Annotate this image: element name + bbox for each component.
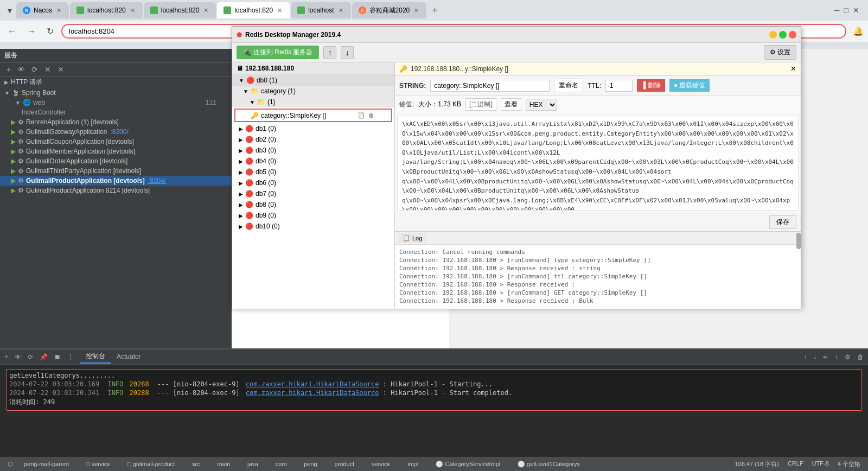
window-close[interactable]: ✕ — [853, 6, 859, 15]
tree-db8[interactable]: ▶ 🔴 db8 (0) — [232, 199, 394, 210]
ttl-input[interactable] — [605, 80, 633, 92]
rename-btn[interactable]: 重命名 — [554, 79, 583, 92]
console-refresh-btn[interactable]: ⟳ — [25, 352, 35, 362]
status-gulimall-product[interactable]: □ gulimall-product — [124, 461, 178, 467]
service-product-selected[interactable]: ▶ ⚙ GulimallProductApplication [devtools… — [0, 176, 232, 186]
back-button[interactable]: ← — [4, 24, 20, 39]
console-eye-btn[interactable]: 👁 — [12, 352, 23, 362]
service-group-spring[interactable]: ▼ 🍃 Spring Boot — [0, 88, 232, 98]
service-coupon[interactable]: ▶ ⚙ GulimallCouponApplication [devtools] — [0, 137, 232, 147]
save-key-btn[interactable]: 保存 — [769, 215, 796, 229]
tab-local1-close[interactable]: ✕ — [129, 6, 136, 15]
console-trash-btn[interactable]: 🗑 — [855, 352, 866, 362]
tree-sub-folder[interactable]: ▼ 📁 (1) — [232, 97, 394, 107]
tree-db2[interactable]: ▶ 🔴 db2 (0) — [232, 134, 394, 145]
service-gateway[interactable]: ▶ ⚙ GulimallGatewayApplication :8200/ — [0, 127, 232, 137]
tab-local2[interactable]: localhost:820 ✕ — [144, 2, 216, 18]
add-service-btn[interactable]: + — [4, 64, 13, 75]
status-service[interactable]: □ service — [83, 461, 114, 467]
key-delete-btn[interactable]: 🗑 — [367, 112, 376, 119]
tab-mall-close[interactable]: ✕ — [413, 6, 420, 15]
service-product-8214[interactable]: ▶ ⚙ GulimallProductApplication 8214 [dev… — [0, 186, 232, 195]
tree-category-folder[interactable]: ▼ 📁 category (1) — [232, 86, 394, 97]
tree-db0[interactable]: ▼ 🔴 db0 (1) — [232, 75, 394, 86]
tree-db9[interactable]: ▶ 🔴 db9 (0) — [232, 210, 394, 221]
status-main[interactable]: main — [214, 461, 233, 467]
tree-db1[interactable]: ▶ 🔴 db1 (0) — [232, 123, 394, 134]
rdm-close-btn[interactable] — [789, 31, 796, 39]
status-project[interactable]: ⬡ — [4, 461, 16, 468]
tree-db4[interactable]: ▶ 🔴 db4 (0) — [232, 156, 394, 167]
rdm-minimize-btn[interactable] — [769, 31, 777, 39]
status-indent[interactable]: 4 个空格 — [834, 460, 864, 468]
tree-key-simplekey[interactable]: 🔑 category::SimpleKey [] 📋 🗑 — [234, 109, 392, 122]
view-btn[interactable]: 查看 — [501, 98, 521, 111]
tab-local1[interactable]: localhost:820 ✕ — [70, 2, 143, 18]
binary-btn[interactable]: [二进制] — [465, 98, 496, 111]
refresh-button[interactable]: ↻ — [43, 24, 57, 39]
close-btn1[interactable]: ✕ — [42, 64, 53, 75]
notifications-icon[interactable]: 🔔 — [853, 26, 864, 36]
console-gear-btn[interactable]: ⚙ — [843, 352, 853, 362]
close-btn2[interactable]: ✕ — [55, 64, 66, 75]
tab-local2-close[interactable]: ✕ — [202, 6, 209, 15]
rdm-icon1[interactable]: ↑ — [323, 46, 336, 59]
status-crlf[interactable]: CRLF — [784, 460, 807, 468]
forward-button[interactable]: → — [24, 24, 39, 39]
product-port[interactable]: :8204/ — [148, 177, 166, 184]
tab-local3[interactable]: localhost:820 ✕ — [217, 2, 290, 18]
tree-db7[interactable]: ▶ 🔴 db7 (0) — [232, 188, 394, 199]
status-service2[interactable]: service — [368, 461, 394, 467]
console-tab-actuator[interactable]: Actuator — [111, 351, 146, 363]
status-product[interactable]: product — [331, 461, 358, 467]
detail-scrollbar-thumb[interactable] — [796, 233, 801, 249]
rdm-icon2[interactable]: ↓ — [341, 46, 354, 59]
eye-btn[interactable]: 👁 — [15, 64, 27, 75]
service-order[interactable]: ▶ ⚙ GulimallOrderApplication [devtools] — [0, 156, 232, 166]
console-stop-btn[interactable]: ⏹ — [52, 352, 63, 362]
status-impl[interactable]: impl — [404, 461, 422, 467]
new-tab-button[interactable]: + — [427, 3, 442, 18]
tab-mall[interactable]: 谷 谷粒商城2020 ✕ — [352, 2, 427, 18]
tab-local4[interactable]: localhost ✕ — [291, 2, 350, 18]
tree-db10[interactable]: ▶ 🔴 db10 (0) — [232, 221, 394, 232]
tab-nacos[interactable]: N Nacos ✕ — [16, 2, 69, 18]
connect-redis-btn[interactable]: 🔌 连接到 Redis 服务器 — [237, 46, 319, 59]
console-up-btn[interactable]: ↑ — [801, 352, 809, 362]
tree-db5[interactable]: ▶ 🔴 db5 (0) — [232, 167, 394, 177]
detail-close-btn[interactable]: ✕ — [790, 65, 796, 73]
status-peng-mall[interactable]: peng-mall-parent — [21, 461, 72, 467]
console-soft-wrap-btn[interactable]: ↕ — [833, 352, 840, 362]
window-maximize[interactable]: □ — [844, 6, 848, 15]
index-controller-item[interactable]: IndexController — [0, 107, 232, 117]
console-add-btn[interactable]: + — [2, 352, 10, 362]
rdm-settings-btn[interactable]: ⚙ 设置 — [764, 45, 796, 60]
console-down-btn[interactable]: ↓ — [811, 352, 819, 362]
console-tab-控制台[interactable]: 控制台 — [80, 350, 111, 364]
status-com[interactable]: com — [272, 461, 290, 467]
tab-nacos-close[interactable]: ✕ — [55, 6, 62, 15]
reload-btn[interactable]: ● 重载键值 — [669, 79, 710, 92]
key-value-input[interactable] — [430, 80, 550, 92]
status-position[interactable]: 106:47 (18 字符) — [732, 460, 782, 468]
tab-local4-close[interactable]: ✕ — [337, 6, 344, 15]
status-src[interactable]: src — [189, 461, 203, 467]
web-item[interactable]: ▼ 🌐 web 111 — [0, 98, 232, 107]
delete-key-btn[interactable]: ▐ 删除 — [637, 79, 665, 92]
status-peng[interactable]: peng — [301, 461, 320, 467]
service-thirdparty[interactable]: ▶ ⚙ GulimallThirdPartyApplication [devto… — [0, 166, 232, 176]
class-1[interactable]: com.zaxxer.hikari.HikariDataSource — [246, 380, 379, 388]
status-categoryserviceimpl[interactable]: ⚪ CategoryServiceImpl — [432, 461, 503, 468]
console-menu-btn[interactable]: ⋮ — [65, 352, 76, 362]
tab-list-btn[interactable]: ▾ — [4, 3, 15, 18]
tree-db3[interactable]: ▶ 🔴 db3 (0) — [232, 145, 394, 156]
console-wrap-btn[interactable]: ↵ — [821, 352, 831, 362]
rdm-maximize-btn[interactable] — [779, 31, 787, 39]
refresh-btn[interactable]: ⟳ — [29, 64, 40, 75]
tab-local3-close[interactable]: ✕ — [276, 6, 283, 15]
console-pin-btn[interactable]: 📌 — [37, 352, 50, 362]
class-2[interactable]: com.zaxxer.hikari.HikariDataSource — [246, 389, 379, 397]
service-group-http[interactable]: ▶ HTTP 请求 — [0, 77, 232, 88]
service-member[interactable]: ▶ ⚙ GulimallMemberApplication [devtools] — [0, 147, 232, 156]
log-tab[interactable]: 📋 Log — [398, 233, 426, 243]
